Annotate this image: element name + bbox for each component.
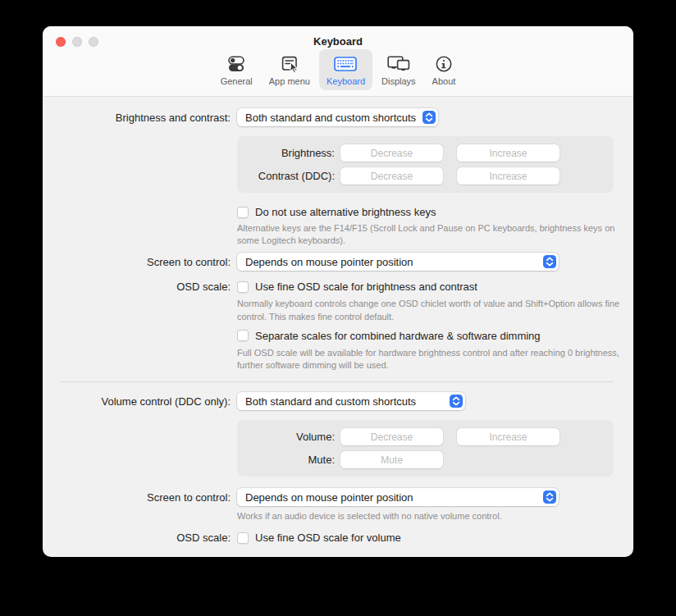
- separate-scales-label: Separate scales for combined hardware & …: [255, 330, 541, 342]
- brightness-increase-button[interactable]: Increase: [457, 144, 560, 162]
- info-icon: [433, 52, 454, 75]
- separate-scales-help: Full OSD scale will be available for har…: [237, 347, 621, 372]
- displays-icon: [386, 52, 411, 75]
- separate-scales-checkbox[interactable]: [237, 330, 249, 341]
- chevron-updown-icon: [422, 111, 436, 124]
- volume-screen-value: Depends on mouse pointer position: [245, 491, 413, 504]
- tab-keyboard[interactable]: Keyboard: [319, 49, 372, 90]
- keyboard-icon: [333, 52, 358, 75]
- tab-app-menu-label: App menu: [269, 76, 310, 86]
- tab-displays-label: Displays: [381, 76, 416, 86]
- fine-osd-volume-checkbox[interactable]: [237, 532, 249, 544]
- brightness-screen-select[interactable]: Depends on mouse pointer position: [237, 253, 559, 271]
- contrast-increase-button[interactable]: Increase: [457, 167, 560, 185]
- chevron-updown-icon: [450, 395, 463, 408]
- section-divider: [59, 381, 614, 382]
- alt-brightness-keys-label: Do not use alternative brightness keys: [255, 206, 436, 218]
- tab-displays[interactable]: Displays: [374, 49, 423, 90]
- keyboard-settings-pane: Brightness and contrast: Both standard a…: [43, 97, 633, 544]
- screen-to-control-label: Screen to control:: [43, 256, 231, 268]
- tab-app-menu[interactable]: App menu: [262, 49, 317, 90]
- fine-osd-brightness-checkbox[interactable]: [237, 281, 249, 293]
- app-menu-icon: [279, 52, 300, 75]
- alt-brightness-keys-checkbox[interactable]: [237, 207, 249, 218]
- window-title: Keyboard: [43, 35, 633, 48]
- brightness-screen-value: Depends on mouse pointer position: [245, 256, 413, 268]
- mute-row-label: Mute:: [237, 454, 335, 466]
- volume-shortcuts-value: Both standard and custom shortcuts: [245, 395, 416, 408]
- chevron-updown-icon: [543, 491, 556, 504]
- fine-osd-volume-label: Use fine OSD scale for volume: [255, 532, 401, 544]
- brightness-shortcuts-select[interactable]: Both standard and custom shortcuts: [237, 108, 438, 126]
- mute-button[interactable]: Mute: [340, 451, 443, 468]
- volume-screen-help: Works if an audio device is selected wit…: [237, 510, 502, 522]
- volume-shortcuts-select[interactable]: Both standard and custom shortcuts: [237, 392, 465, 410]
- volume-screen-select[interactable]: Depends on mouse pointer position: [237, 488, 559, 506]
- contrast-row-label: Contrast (DDC):: [237, 170, 335, 182]
- brightness-row-label: Brightness:: [237, 147, 335, 159]
- chevron-updown-icon: [543, 255, 556, 268]
- screen-to-control-label: Screen to control:: [43, 491, 231, 504]
- tab-about[interactable]: About: [425, 49, 464, 90]
- brightness-contrast-label: Brightness and contrast:: [43, 112, 231, 124]
- volume-control-label: Volume control (DDC only):: [43, 395, 231, 408]
- fine-osd-brightness-label: Use fine OSD scale for brightness and co…: [255, 281, 477, 293]
- titlebar: Keyboard General: [43, 26, 633, 97]
- tab-keyboard-label: Keyboard: [327, 76, 365, 86]
- toggles-icon: [226, 52, 247, 75]
- osd-scale-label: OSD scale:: [43, 281, 231, 293]
- volume-decrease-button[interactable]: Decrease: [340, 428, 443, 445]
- volume-row-label: Volume:: [237, 431, 335, 443]
- fine-osd-brightness-help: Normally keyboard controls change one OS…: [237, 298, 621, 322]
- alt-brightness-keys-help: Alternative keys are the F14/F15 (Scroll…: [237, 222, 621, 247]
- tab-general[interactable]: General: [213, 49, 260, 90]
- tab-general-label: General: [221, 76, 253, 86]
- toolbar: General App menu: [43, 49, 633, 90]
- tab-about-label: About: [432, 76, 456, 86]
- brightness-shortcuts-value: Both standard and custom shortcuts: [245, 112, 416, 124]
- volume-shortcut-buttons-group: Volume: Decrease Increase Mute: Mute: [237, 420, 614, 477]
- volume-increase-button[interactable]: Increase: [457, 428, 560, 445]
- osd-scale-label: OSD scale:: [43, 532, 231, 544]
- brightness-decrease-button[interactable]: Decrease: [340, 144, 443, 162]
- brightness-shortcut-buttons-group: Brightness: Decrease Increase Contrast (…: [237, 136, 614, 193]
- settings-window: Keyboard General: [43, 26, 633, 557]
- contrast-decrease-button[interactable]: Decrease: [340, 167, 443, 185]
